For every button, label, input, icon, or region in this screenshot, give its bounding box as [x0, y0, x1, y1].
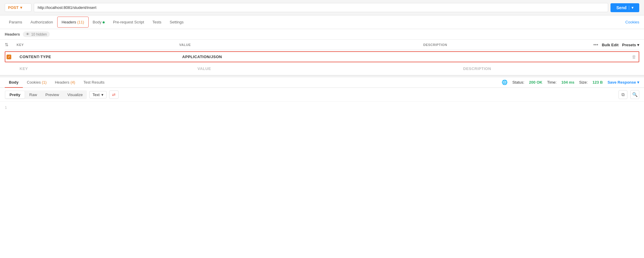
format-visualize-button[interactable]: Visualize: [63, 90, 87, 99]
empty-key-placeholder[interactable]: Key: [17, 66, 195, 71]
send-chevron-icon[interactable]: ▾: [629, 6, 633, 10]
response-tab-testresults-label: Test Results: [84, 80, 105, 85]
response-tab-body[interactable]: Body: [5, 77, 23, 87]
copy-icon: ⧉: [621, 92, 625, 97]
format-raw-button[interactable]: Raw: [25, 90, 41, 99]
text-format-label: Text: [93, 93, 100, 97]
search-button[interactable]: 🔍: [630, 90, 639, 99]
response-headers-count: (4): [71, 80, 75, 85]
tab-headers-count: (11): [77, 20, 84, 24]
presets-chevron-icon: ▾: [637, 43, 639, 47]
table-row-empty: Key Value Description: [5, 63, 639, 74]
body-dot-icon: [103, 21, 105, 23]
format-pretty-button[interactable]: Pretty: [5, 91, 25, 98]
headers-subsection: Headers 👁 10 hidden: [0, 29, 644, 40]
save-response-label: Save Response: [608, 80, 636, 85]
status-value: 200 OK: [529, 80, 542, 85]
cookies-link[interactable]: Cookies: [625, 20, 639, 24]
wrap-button[interactable]: ⇄: [109, 90, 119, 99]
text-format-chevron-icon: ▾: [101, 93, 103, 97]
bulk-edit-button[interactable]: Bulk Edit: [602, 43, 619, 47]
hidden-count: 10 hidden: [31, 32, 47, 36]
format-preview-button[interactable]: Preview: [41, 90, 63, 99]
more-icon[interactable]: •••: [593, 42, 598, 47]
row-actions: 🗑: [585, 54, 639, 59]
table-header-row: ⇅ KEY VALUE DESCRIPTION ••• Bulk Edit Pr…: [5, 40, 639, 50]
empty-desc-placeholder[interactable]: Description: [461, 66, 639, 71]
response-tab-testresults[interactable]: Test Results: [79, 77, 109, 87]
save-response-chevron-icon: ▾: [637, 80, 639, 85]
wrap-icon: ⇄: [112, 92, 116, 97]
response-tab-headers-label: Headers: [55, 80, 71, 85]
col-desc-header: DESCRIPTION: [423, 43, 586, 47]
line-number: 1: [5, 106, 7, 110]
time-value: 104 ms: [561, 80, 574, 85]
format-group: Pretty Raw Preview Visualize: [5, 90, 87, 99]
response-tab-cookies-label: Cookies: [27, 80, 42, 85]
response-tab-headers[interactable]: Headers (4): [51, 77, 79, 87]
size-label: Size:: [579, 80, 588, 85]
headers-table-wrapper: ⇅ KEY VALUE DESCRIPTION ••• Bulk Edit Pr…: [0, 40, 644, 75]
globe-icon: 🌐: [502, 79, 508, 85]
tab-body[interactable]: Body: [89, 17, 109, 27]
table-row: ✓ Content-Type application/json 🗑: [5, 51, 639, 62]
eye-icon: 👁: [26, 32, 30, 36]
size-value: 123 B: [592, 80, 603, 85]
format-bar: Pretty Raw Preview Visualize Text ▾ ⇄ ⧉ …: [0, 88, 644, 102]
format-bar-right: ⧉ 🔍: [619, 90, 639, 99]
send-label: Send: [616, 5, 627, 10]
col-actions-header: ••• Bulk Edit Presets ▾: [586, 42, 639, 47]
response-tab-body-label: Body: [9, 80, 19, 85]
tab-settings[interactable]: Settings: [165, 17, 188, 27]
row-checkbox[interactable]: ✓: [7, 55, 11, 59]
tab-params[interactable]: Params: [5, 17, 26, 27]
col-check: ⇅: [5, 42, 17, 47]
response-tab-cookies[interactable]: Cookies (1): [23, 77, 51, 87]
code-area[interactable]: 1: [0, 102, 644, 125]
time-label: Time:: [547, 80, 557, 85]
method-label: POST: [8, 5, 18, 10]
save-response-button[interactable]: Save Response ▾: [608, 80, 639, 85]
copy-button[interactable]: ⧉: [619, 90, 627, 99]
tab-headers-label: Headers: [62, 20, 77, 24]
col-value-header: VALUE: [179, 43, 423, 47]
send-button[interactable]: Send ▾: [610, 3, 639, 12]
empty-value-placeholder[interactable]: Value: [195, 66, 461, 71]
status-label: Status:: [512, 80, 524, 85]
response-meta: 🌐 Status: 200 OK Time: 104 ms Size: 123 …: [502, 79, 639, 85]
checkmark-icon: ✓: [8, 55, 10, 59]
row-value[interactable]: application/json: [180, 55, 423, 59]
method-chevron-icon: ▾: [20, 5, 22, 10]
tab-prerequest[interactable]: Pre-request Script: [109, 17, 148, 27]
presets-button[interactable]: Presets ▾: [622, 43, 639, 47]
row-key[interactable]: Content-Type: [17, 55, 180, 59]
tab-tests[interactable]: Tests: [148, 17, 165, 27]
hidden-badge[interactable]: 👁 10 hidden: [23, 31, 50, 37]
tab-authorization[interactable]: Authorization: [26, 17, 57, 27]
row-check-cell: ✓: [5, 55, 17, 59]
tab-headers[interactable]: Headers (11): [57, 17, 89, 28]
sort-icon[interactable]: ⇅: [5, 42, 9, 47]
headers-section-label: Headers: [5, 32, 20, 36]
url-input[interactable]: [34, 3, 608, 12]
text-format-select[interactable]: Text ▾: [89, 91, 107, 98]
response-cookies-count: (1): [42, 80, 47, 85]
tabs-right: Cookies: [625, 20, 639, 24]
tab-body-label: Body: [93, 20, 102, 24]
trash-icon[interactable]: 🗑: [632, 54, 639, 59]
response-section: Body Cookies (1) Headers (4) Test Result…: [0, 77, 644, 125]
method-selector[interactable]: POST ▾: [5, 3, 31, 12]
search-icon: 🔍: [632, 92, 638, 97]
presets-label: Presets: [622, 43, 636, 47]
url-bar: POST ▾ Send ▾: [0, 0, 644, 15]
request-tabs: Params Authorization Headers (11) Body P…: [0, 15, 644, 29]
response-tabs: Body Cookies (1) Headers (4) Test Result…: [0, 77, 644, 88]
col-key-header: KEY: [17, 43, 179, 47]
